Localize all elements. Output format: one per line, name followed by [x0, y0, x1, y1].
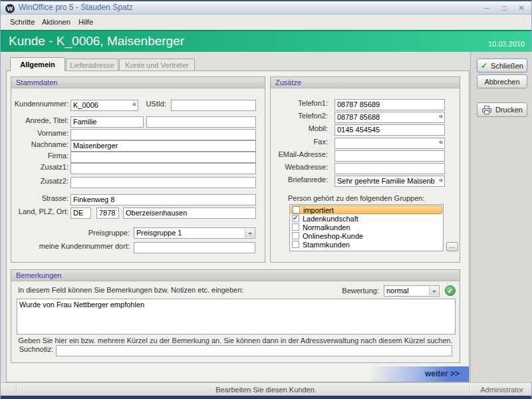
group-bemerkungen-header: Bemerkungen — [11, 270, 460, 281]
ustid-input[interactable] — [171, 100, 256, 111]
tab-konto-und-vertreter[interactable]: Konto und Vertreter — [119, 59, 195, 70]
telefon2-field: « — [334, 110, 445, 122]
nachname-label: Nachname: — [11, 139, 68, 150]
land-input[interactable] — [70, 207, 91, 219]
row-preisgruppe: Preisgruppe: Preisgruppe 1 — [11, 227, 265, 239]
preisgruppe-label: Preisgruppe: — [11, 227, 130, 239]
row-land-plz-ort: Land, PLZ, Ort: — [11, 206, 265, 217]
lookup-icon[interactable]: « — [439, 136, 443, 147]
group-stammdaten: Stammdaten Kundennummer: « UStId: Anrede… — [11, 76, 265, 263]
vorname-input[interactable] — [70, 129, 256, 140]
vorname-label: Vorname: — [11, 128, 68, 139]
nachname-input[interactable] — [70, 140, 256, 152]
suchnotiz-input[interactable] — [56, 345, 452, 356]
ort-input[interactable] — [123, 207, 256, 219]
row-zusatz1: Zusatz1: — [11, 162, 265, 173]
app-window: W WinOffice pro 5 - Stauden Spatz – □ ✕ … — [0, 0, 532, 399]
lookup-icon[interactable]: « — [132, 98, 136, 109]
list-item-onlineshop-kunde[interactable]: Onlineshop-Kunde — [291, 231, 442, 240]
anrede-input[interactable] — [70, 116, 144, 128]
zusatz1-field — [70, 162, 256, 173]
strasse-label: Strasse: — [11, 193, 68, 204]
status-message: Bearbeiten Sie diesen Kunden. — [1, 383, 531, 396]
schliessen-button[interactable]: ✓ Schließen — [477, 59, 527, 72]
abbrechen-button-label: Abbrechen — [484, 78, 519, 86]
tab-lieferadresse[interactable]: Lieferadresse — [66, 59, 118, 70]
mobil-label: Mobil: — [271, 123, 328, 134]
zusatz1-label: Zusatz1: — [11, 162, 68, 173]
drucken-button[interactable]: Drucken — [477, 102, 527, 117]
ort-field — [123, 206, 256, 217]
rating-ok-icon[interactable]: ✓ — [445, 285, 456, 296]
webadresse-input[interactable] — [334, 163, 445, 174]
kundennummer-input[interactable] — [70, 100, 138, 111]
anrede-field — [70, 115, 144, 126]
row-telefon1: Telefon1: — [271, 98, 460, 109]
list-item-stammkunden[interactable]: Stammkunden — [291, 240, 442, 249]
weiter-button[interactable]: weiter >> — [370, 366, 469, 382]
row-meine-kundennummer: meine Kundennummer dort: — [11, 241, 265, 252]
suchnotiz-field — [56, 344, 452, 355]
ustid-field — [171, 98, 256, 110]
checkbox[interactable] — [293, 206, 300, 213]
zusatz1-input[interactable] — [70, 163, 256, 174]
row-vorname: Vorname: — [11, 128, 265, 139]
bemerkungen-intro-label: In diesem Feld können Sie Bemerkungen bz… — [18, 286, 243, 294]
briefanrede-input[interactable] — [334, 176, 445, 187]
list-item-ladenkundschaft[interactable]: Ladenkundschaft — [291, 214, 442, 223]
row-kundennummer: Kundennummer: « UStId: — [11, 98, 265, 110]
telefon1-field — [334, 98, 445, 109]
zusatz2-input[interactable] — [70, 177, 256, 188]
lookup-icon[interactable]: « — [439, 110, 443, 121]
preisgruppe-dropdown[interactable]: Preisgruppe 1 — [134, 227, 255, 239]
bewertung-dropdown[interactable]: normal — [384, 285, 440, 297]
bemerkungen-textarea[interactable]: Wurde von Frau Nettberger empfohlen — [17, 299, 456, 334]
titlebar: W WinOffice pro 5 - Stauden Spatz – □ ✕ — [1, 0, 531, 15]
chevron-down-icon[interactable] — [245, 229, 254, 237]
row-telefon2: Telefon2: « — [271, 110, 460, 122]
check-icon: ✓ — [481, 61, 487, 70]
firma-input[interactable] — [70, 152, 256, 163]
checkbox[interactable] — [292, 241, 299, 248]
titel-input[interactable] — [146, 116, 256, 128]
meine-kundennummer-input[interactable] — [134, 242, 255, 253]
strasse-input[interactable] — [70, 194, 256, 205]
chevron-down-icon[interactable] — [429, 287, 438, 295]
anrede-titel-label: Anrede, Titel: — [11, 115, 68, 126]
abbrechen-button[interactable]: Abbrechen — [477, 74, 527, 88]
minimize-button[interactable]: – — [482, 4, 491, 12]
tab-allgemein[interactable]: Allgemein — [10, 57, 65, 71]
mobil-input[interactable] — [334, 124, 445, 136]
maximize-button[interactable]: □ — [499, 4, 509, 12]
plz-input[interactable] — [96, 207, 119, 219]
briefanrede-label: Briefanrede: — [271, 174, 328, 186]
lookup-icon[interactable]: « — [439, 174, 443, 185]
kundennummer-label: Kundennummer: — [11, 98, 68, 110]
header-date: 10.03.2010 — [488, 40, 525, 48]
email-input[interactable] — [334, 150, 445, 162]
menu-schritte[interactable]: Schritte — [10, 15, 35, 30]
close-window-button[interactable]: ✕ — [517, 4, 526, 12]
gruppen-more-button[interactable]: ... — [446, 242, 458, 251]
list-item-label: Onlineshop-Kunde — [303, 232, 363, 240]
menu-aktionen[interactable]: Aktionen — [42, 15, 70, 30]
ustid-label: UStId: — [142, 98, 166, 110]
briefanrede-field: « — [334, 174, 445, 186]
kundennummer-field: « — [70, 98, 138, 110]
telefon1-input[interactable] — [334, 99, 445, 110]
group-stammdaten-header: Stammdaten — [11, 77, 265, 88]
list-item-normalkunden[interactable]: Normalkunden — [291, 223, 442, 231]
telefon2-input[interactable] — [334, 112, 445, 123]
record-header: Kunde - K_0006, Maisenberger 10.03.2010 — [1, 30, 531, 52]
meine-kundennummer-field — [134, 241, 255, 252]
email-label: EMail-Adresse: — [271, 149, 328, 160]
menu-hilfe[interactable]: Hilfe — [78, 15, 93, 30]
fax-input[interactable] — [334, 138, 445, 149]
checkbox[interactable] — [292, 215, 299, 222]
zusatz2-field — [70, 176, 256, 187]
checkbox[interactable] — [292, 223, 299, 231]
checkbox[interactable] — [292, 232, 299, 239]
row-mobil: Mobil: — [271, 123, 460, 134]
nachname-field — [70, 139, 256, 150]
list-item-importiert[interactable]: importiert — [291, 205, 442, 214]
